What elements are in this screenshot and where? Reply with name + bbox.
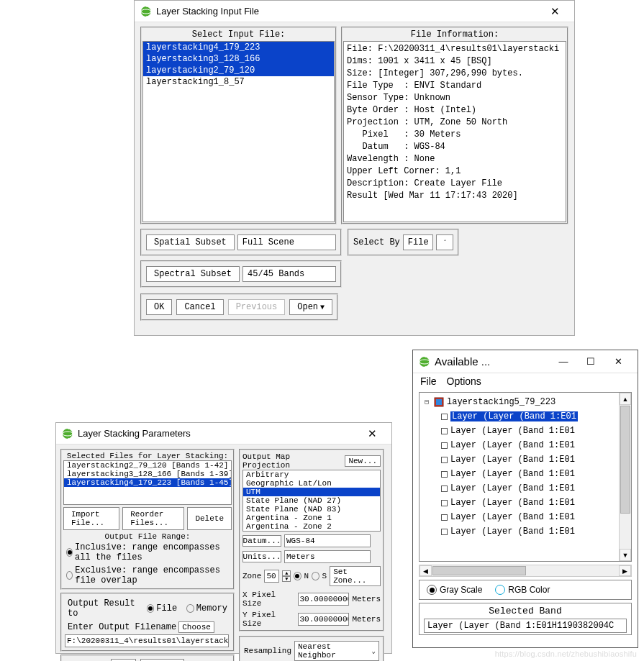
output-to-file-radio[interactable] [147,604,155,613]
app-icon [419,356,430,368]
tree-band-item[interactable]: Layer (Layer (Band 1:E01 [419,510,631,524]
tree-band-item[interactable]: Layer (Layer (Band 1:E01 [419,409,631,424]
import-file-button[interactable]: Import File... [63,507,119,530]
zone-n-radio[interactable] [294,572,301,580]
datum-button[interactable]: Datum... [242,535,281,547]
scroll-thumb[interactable] [432,566,526,575]
horizontal-scrollbar[interactable]: ◀ ▶ [419,565,632,577]
watermark: https://blog.csdn.net/zhebushibiaoshifu [495,649,637,658]
list-item[interactable]: layerstacking2_79_120 [143,65,334,76]
tree-band-item[interactable]: Layer (Layer (Band 1:E01 [419,496,631,510]
gray-scale-label: Gray Scale [440,585,482,595]
list-item[interactable]: layerstacking4_179_223 [143,42,334,53]
range-inclusive-radio[interactable]: Inclusive: range encompasses all the fil… [63,541,232,564]
list-item[interactable]: Arbitrary [243,470,380,479]
band-icon [441,529,448,535]
datum-value[interactable]: WGS-84 [284,534,371,547]
x-pixel-unit: Meters [352,595,381,603]
output-to-memory-radio[interactable] [186,604,194,613]
band-icon [441,457,448,463]
list-item[interactable]: State Plane (NAD 27) [243,496,380,505]
selected-band-value: Layer (Layer (Band 1:E01H1190382004C [424,619,627,633]
spectral-subset-value: 45/45 Bands [242,266,336,282]
select-by-label: Select By [353,237,400,247]
tree-band-item[interactable]: Layer (Layer (Band 1:E01 [419,438,631,452]
file-info-text: File: F:\20200311_4\results01\layerstack… [343,41,566,222]
list-item[interactable]: layerstacking1_8_57 [143,76,334,88]
list-item[interactable]: layerstacking3_128_166 [Bands 1-39] [64,470,231,478]
resampling-value: Nearest Neighbor [298,642,369,660]
menu-options[interactable]: Options [447,375,481,387]
open-button[interactable]: Open▼ [289,299,332,315]
file-icon [434,397,444,407]
gray-scale-radio[interactable]: Gray Scale [427,585,482,595]
list-item[interactable]: Argentina - Zone 2 [243,522,380,531]
list-item[interactable]: layerstacking3_128_166 [143,53,334,65]
output-to-memory-label: Memory [196,603,227,614]
scroll-up-icon: ▲ [620,393,631,405]
close-button[interactable]: ✕ [358,427,386,441]
x-pixel-input[interactable]: 30.00000000 [298,593,350,606]
spatial-subset-button[interactable]: Spatial Subset [146,234,235,250]
tree-band-item[interactable]: Layer (Layer (Band 1:E01 [419,424,631,438]
selected-files-list[interactable]: layerstacking2_79_120 [Bands 1-42]layers… [63,460,232,505]
spectral-subset-button[interactable]: Spectral Subset [146,266,240,282]
list-item[interactable]: Argentina - Zone 1 [243,514,380,522]
band-tree[interactable]: ⊟layerstacking5_79_223Layer (Layer (Band… [419,392,632,562]
list-item[interactable]: Geographic Lat/Lon [243,479,380,488]
titlebar: Layer Stacking Parameters ✕ [56,423,391,445]
minimize-button[interactable]: — [550,353,577,370]
list-item[interactable]: Argentina - Zone 3 [243,531,380,532]
zone-s-radio[interactable] [312,572,319,580]
enter-filename-label: Enter Output Filename [68,622,176,632]
tree-band-item[interactable]: Layer (Layer (Band 1:E01 [419,467,631,481]
cancel-button[interactable]: Cancel [176,299,223,315]
scroll-thumb[interactable] [620,406,630,514]
output-filename-input[interactable]: F:\20200311_4\results01\layerstacking5_7… [65,634,229,647]
app-icon [140,6,152,17]
zone-n-label: N [304,572,309,580]
resampling-select[interactable]: Nearest Neighbor ⌄ [294,641,379,661]
band-icon [441,428,448,434]
maximize-button[interactable]: ☐ [577,353,604,370]
previous-button[interactable]: Previous [228,299,286,315]
band-icon [441,471,448,478]
zone-spinner[interactable]: ▲▼ [282,570,291,582]
tree-band-item[interactable]: Layer (Layer (Band 1:E01 [419,524,631,539]
list-item[interactable]: layerstacking2_79_120 [Bands 1-42] [64,461,231,470]
new-projection-button[interactable]: New... [345,455,381,467]
vertical-scrollbar[interactable]: ▲ ▼ [619,393,631,561]
units-value[interactable]: Meters [284,550,371,563]
tree-root[interactable]: ⊟layerstacking5_79_223 [419,395,631,409]
ok-button[interactable]: OK [146,299,172,315]
choose-file-button[interactable]: Choose [178,621,214,633]
zone-input[interactable]: 50 [264,570,279,583]
rgb-color-radio[interactable]: RGB Color [495,585,550,595]
tree-band-item[interactable]: Layer (Layer (Band 1:E01 [419,452,631,467]
select-by-toggle-button[interactable] [436,234,453,250]
collapse-icon: ⊟ [422,398,431,406]
layer-stacking-input-dialog: Layer Stacking Input File ✕ Select Input… [134,0,575,336]
tree-band-item[interactable]: Layer (Layer (Band 1:E01 [419,481,631,496]
close-button[interactable]: ✕ [541,4,568,19]
set-zone-button[interactable]: Set Zone... [330,566,381,586]
menu-file[interactable]: File [420,375,437,387]
delete-button[interactable]: Delete [187,507,232,530]
x-pixel-label: X Pixel Size [242,591,295,608]
output-to-file-label: File [156,603,177,614]
range-exclusive-radio[interactable]: Exclusive: range encompasses file overla… [63,564,232,587]
chevron-down-icon: ▼ [320,304,325,311]
list-item[interactable]: State Plane (NAD 83) [243,505,380,514]
projection-list[interactable]: ArbitraryGeographic Lat/LonUTMState Plan… [242,470,381,532]
titlebar: Layer Stacking Input File ✕ [135,1,574,22]
input-file-list[interactable]: layerstacking4_179_223layerstacking3_128… [142,41,335,222]
chevron-down-icon: ▼ [282,576,291,582]
list-item[interactable]: layerstacking4_179_223 [Bands 1-45] [64,478,231,487]
reorder-files-button[interactable]: Reorder Files... [122,507,184,530]
list-item[interactable]: UTM [243,488,380,496]
y-pixel-input[interactable]: 30.00000000 [298,613,350,626]
close-button[interactable]: ✕ [604,353,632,370]
output-projection-label: Output Map Projection [242,452,342,470]
units-button[interactable]: Units... [242,551,281,562]
rgb-color-label: RGB Color [508,585,550,595]
